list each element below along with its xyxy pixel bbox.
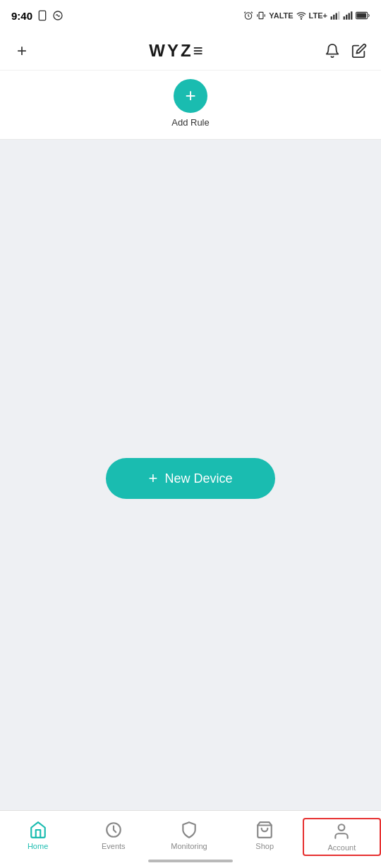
svg-rect-11 <box>346 15 347 20</box>
svg-point-5 <box>301 18 301 19</box>
tab-home[interactable]: Home <box>0 818 75 853</box>
add-button[interactable]: + <box>14 38 30 64</box>
signal2-icon <box>343 11 353 20</box>
home-icon <box>29 821 47 839</box>
tab-shop[interactable]: Shop <box>227 818 303 853</box>
vibrate-icon <box>256 11 266 20</box>
events-tab-label: Events <box>102 842 126 850</box>
monitoring-icon <box>180 821 198 839</box>
battery-icon <box>356 11 370 20</box>
svg-point-18 <box>339 824 345 831</box>
account-tab-label: Account <box>328 843 356 852</box>
wyze-logo: WYZ≡ <box>149 41 205 61</box>
phone-icon <box>37 10 48 21</box>
lte-text: LTE+ <box>309 11 327 20</box>
events-icon <box>104 821 123 839</box>
bell-icon <box>325 43 340 59</box>
new-device-label: New Device <box>164 471 232 486</box>
status-left: 9:40 <box>11 10 64 22</box>
svg-rect-9 <box>338 11 339 20</box>
svg-rect-10 <box>344 16 345 20</box>
tab-events[interactable]: Events <box>75 818 151 853</box>
add-rule-plus-icon: + <box>185 86 195 104</box>
svg-rect-4 <box>259 12 263 18</box>
add-rule-section: + Add Rule <box>0 71 381 140</box>
home-indicator <box>148 860 233 862</box>
pencil-icon <box>351 43 367 59</box>
wifi-icon <box>296 11 306 20</box>
svg-rect-7 <box>333 15 334 20</box>
svg-rect-6 <box>331 16 332 20</box>
shop-tab-label: Shop <box>255 842 274 850</box>
monitoring-tab-label: Monitoring <box>171 842 207 850</box>
top-nav: + WYZ≡ <box>0 31 381 71</box>
add-rule-label: Add Rule <box>171 117 209 128</box>
svg-rect-13 <box>351 11 352 20</box>
svg-rect-12 <box>349 13 350 20</box>
network-text: YALTE <box>269 11 293 20</box>
tab-monitoring[interactable]: Monitoring <box>151 818 226 853</box>
new-device-plus-icon: + <box>149 471 158 486</box>
svg-rect-15 <box>356 13 366 18</box>
shazam-icon <box>52 10 64 21</box>
status-right: YALTE LTE+ <box>243 11 370 20</box>
edit-button[interactable] <box>351 43 367 59</box>
status-bar: 9:40 YALTE LTE+ <box>0 0 381 31</box>
svg-rect-8 <box>336 13 337 20</box>
home-tab-label: Home <box>28 842 48 850</box>
notification-button[interactable] <box>325 43 340 59</box>
svg-rect-0 <box>39 11 45 20</box>
tab-account[interactable]: Account <box>303 818 381 856</box>
signal-icon <box>330 11 340 20</box>
status-time: 9:40 <box>11 10 32 22</box>
add-rule-button[interactable]: + <box>174 79 207 113</box>
alarm-icon <box>243 11 253 20</box>
account-icon <box>332 822 351 840</box>
main-content-area: + New Device <box>0 140 381 817</box>
nav-icons-right <box>325 43 367 59</box>
new-device-button[interactable]: + New Device <box>106 458 275 499</box>
shop-icon <box>255 821 274 839</box>
